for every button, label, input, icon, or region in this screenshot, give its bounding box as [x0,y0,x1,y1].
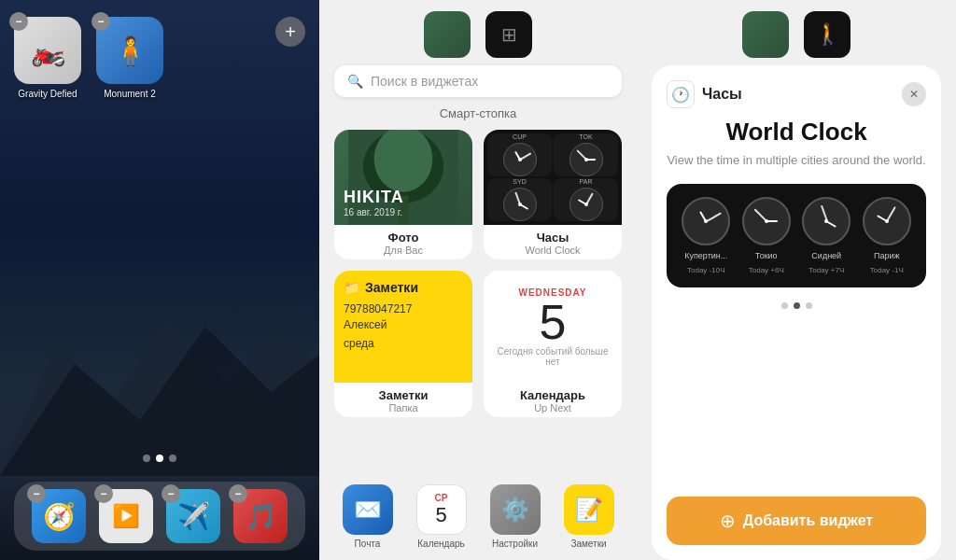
add-app-button[interactable]: + [275,17,305,47]
top-icon-1 [424,11,471,58]
clock-cell-cup: CUP [487,133,552,176]
settings-icon[interactable]: ⚙️ [490,484,541,535]
notes-widget[interactable]: 📁 Заметки 79788047217 Алексей среда Заме… [334,271,472,417]
calendar-events: Сегодня событий больше нет [493,346,612,367]
photo-widget-content: HIKITA 16 авг. 2019 г. [334,130,472,225]
clock-detail-card: 🕐 Часы ✕ World Clock View the time in mu… [652,65,941,560]
notes-mini-widget[interactable]: 📝 Заметки [555,484,622,549]
page-dots [143,455,176,462]
delete-gravity-btn[interactable]: − [9,12,28,31]
notes-widget-title: Заметки [365,280,418,295]
photo-date: 16 авг. 2019 г. [344,207,404,217]
wc-tokyo-name: Токио [755,251,778,260]
notes-widget-content: 📁 Заметки 79788047217 Алексей среда [334,271,472,383]
delete-djay-btn[interactable]: − [229,484,247,503]
calendar2-label: Календарь [417,539,464,549]
add-widget-button[interactable]: ⊕ Добавить виджет [667,497,926,545]
calendar-widget-content: WEDNESDAY 5 Сегодня событий больше нет [484,271,622,383]
mail-icon[interactable]: ✉️ [343,484,393,535]
wc-tokyo-sub: Today +6Ч [749,266,784,274]
photo-location: HIKITA [344,188,404,207]
wc-clock-paris [863,197,911,245]
wc-cupertino: Купертин... Today -10Ч [682,197,730,274]
youtube-dock-item[interactable]: − ▶️ [99,489,153,543]
page-dot-2[interactable] [156,455,163,462]
card-dot-3[interactable] [806,302,812,309]
clock-cell-par: PAR [554,178,618,221]
notes-item-3: среда [344,337,463,350]
app-dock: − 🧭 − ▶️ − ✈️ − 🎵 [14,482,305,551]
gravity-defied-label: Gravity Defied [18,89,77,99]
photo-widget-label: Фото Для Вас [334,225,472,259]
delete-youtube-btn[interactable]: − [94,484,113,503]
clock-title-row: 🕐 Часы [667,80,742,108]
gravity-defied-wrapper[interactable]: − 🏍️ Gravity Defied [14,17,81,99]
calendar-mini-widget[interactable]: СР 5 Календарь [408,484,474,549]
clock-widget-label: Часы World Clock [484,225,622,259]
widget-big-title: World Clock [667,118,926,147]
monument-icon-emoji: 🧍 [113,35,148,67]
djay-dock-item[interactable]: − 🎵 [233,489,288,543]
calendar-widget-label: Календарь Up Next [484,383,622,417]
mountain-bg [0,271,319,476]
clock-detail-panel: 🚶 🕐 Часы ✕ World Clock View the time in … [637,0,956,560]
mail-label: Почта [355,539,381,549]
calendar-mini-num: 5 [435,503,446,527]
notes2-label: Заметки [570,539,606,549]
notes-item-1: 79788047217 [344,302,463,315]
safari-emoji: 🧭 [43,501,76,532]
mail-mini-widget[interactable]: ✉️ Почта [334,484,401,549]
delete-monument-btn[interactable]: − [91,12,110,31]
clock-cell-tok: TOK [554,133,618,176]
page-dot-3[interactable] [169,455,176,462]
calendar2-icon[interactable]: СР 5 [416,484,467,535]
wc-paris-sub: Today -1Ч [870,266,904,274]
delete-telegram-btn[interactable]: − [162,484,180,503]
card-dot-1[interactable] [781,302,788,309]
settings-mini-widget[interactable]: ⚙️ Настройки [482,484,548,549]
settings-emoji: ⚙️ [501,497,529,523]
widget-search-bar[interactable]: 🔍 Поиск в виджетах [334,65,622,97]
wc-sydney-sub: Today +7Ч [808,266,844,274]
home-screen: + − 🏍️ Gravity Defied − 🧍 Monument 2 − [0,0,319,560]
clock-app-name: Часы [702,86,742,103]
notes-header: 📁 Заметки [344,280,463,295]
top-icon-2: ⊞ [485,11,532,58]
clock-cell-syd: SYD [487,178,552,221]
clock-app-icon: 🕐 [667,80,695,108]
wc-paris: Париж Today -1Ч [863,197,911,274]
delete-safari-btn[interactable]: − [27,484,46,503]
wc-sydney-name: Сидней [811,251,841,260]
wc-sydney: Сидней Today +7Ч [802,197,851,274]
safari-dock-item[interactable]: − 🧭 [32,489,86,543]
notes2-icon[interactable]: 📝 [564,484,614,535]
page-dot-1[interactable] [143,455,150,462]
monument-2-wrapper[interactable]: − 🧍 Monument 2 [96,17,163,99]
widgets-scroll-area[interactable]: HIKITA 16 авг. 2019 г. Фото Для Вас CUP [319,130,637,484]
wc-cupertino-name: Купертин... [684,251,727,260]
photo-widget[interactable]: HIKITA 16 авг. 2019 г. Фото Для Вас [334,130,472,259]
widget-picker-panel: ⊞ 🔍 Поиск в виджетах Смарт-стопка [319,0,637,560]
calendar-day-num: 5 [540,298,567,346]
notes-folder-icon: 📁 [344,280,359,295]
section-title: Смарт-стопка [319,106,637,120]
card-dot-2[interactable] [794,302,800,309]
calendar-widget[interactable]: WEDNESDAY 5 Сегодня событий больше нет К… [484,271,622,417]
add-widget-label: Добавить виджет [743,512,873,529]
top-mini-icons: ⊞ [319,0,637,65]
search-icon: 🔍 [347,74,363,89]
clock-widget[interactable]: CUP TOK [484,130,622,259]
card-page-dots [667,302,926,309]
close-button[interactable]: ✕ [902,82,926,106]
wc-clock-sydney [802,197,851,245]
clock-widget-content: CUP TOK [484,130,622,225]
wc-clock-cupertino [682,197,730,245]
notes2-emoji: 📝 [575,497,603,523]
add-widget-plus-icon: ⊕ [720,510,736,532]
photo-text-overlay: HIKITA 16 авг. 2019 г. [344,188,404,217]
widget-big-desc: View the time in multiple cities around … [667,152,926,169]
wc-clock-tokyo [742,197,791,245]
telegram-dock-item[interactable]: − ✈️ [166,489,220,543]
settings-label: Настройки [492,539,538,549]
widgets-main-grid: HIKITA 16 авг. 2019 г. Фото Для Вас CUP [334,130,622,417]
